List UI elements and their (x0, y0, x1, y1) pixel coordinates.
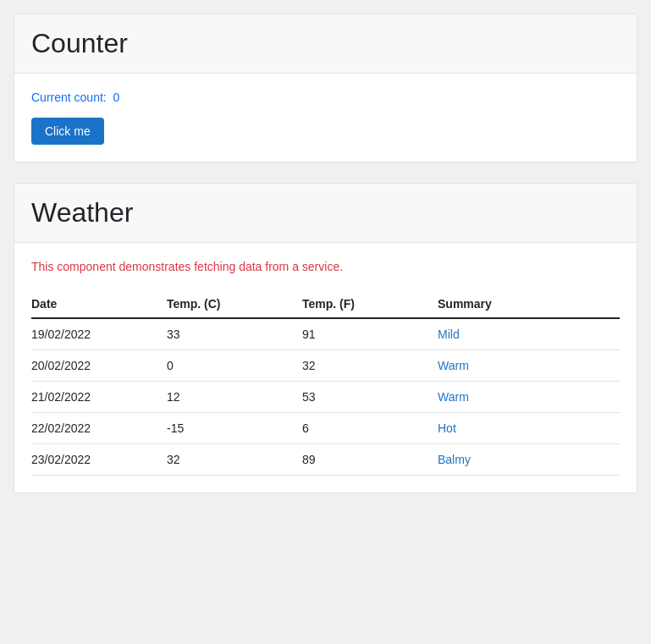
cell-tempc: 12 (167, 382, 302, 413)
table-head: Date Temp. (C) Temp. (F) Summary (31, 290, 620, 318)
counter-body: Current count: 0 Click me (14, 74, 637, 162)
weather-card: Weather This component demonstrates fetc… (14, 183, 637, 493)
current-count-text: Current count: 0 (31, 91, 620, 104)
cell-summary: Warm (438, 382, 620, 413)
cell-tempc: 32 (167, 444, 302, 476)
cell-date: 19/02/2022 (31, 318, 167, 350)
cell-tempc: 33 (167, 318, 302, 350)
cell-date: 21/02/2022 (31, 382, 167, 413)
cell-date: 23/02/2022 (31, 444, 167, 476)
cell-date: 20/02/2022 (31, 350, 167, 382)
table-row: 20/02/2022032Warm (31, 350, 620, 382)
cell-tempf: 6 (302, 413, 438, 444)
weather-table: Date Temp. (C) Temp. (F) Summary 19/02/2… (31, 290, 620, 476)
cell-summary: Balmy (438, 444, 620, 476)
table-header-row: Date Temp. (C) Temp. (F) Summary (31, 290, 620, 318)
col-header-tempc: Temp. (C) (167, 290, 302, 318)
cell-summary: Warm (438, 350, 620, 382)
cell-date: 22/02/2022 (31, 413, 167, 444)
cell-tempf: 53 (302, 382, 438, 413)
col-header-summary: Summary (438, 290, 620, 318)
counter-title: Counter (31, 28, 620, 59)
weather-title: Weather (31, 197, 620, 228)
table-row: 22/02/2022-156Hot (31, 413, 620, 444)
current-count-value: 0 (113, 91, 120, 104)
cell-tempf: 32 (302, 350, 438, 382)
weather-info-text: This component demonstrates fetching dat… (31, 260, 620, 273)
table-row: 21/02/20221253Warm (31, 382, 620, 413)
weather-body: This component demonstrates fetching dat… (14, 243, 637, 493)
cell-tempc: 0 (167, 350, 302, 382)
cell-tempf: 91 (302, 318, 438, 350)
counter-card: Counter Current count: 0 Click me (14, 14, 637, 162)
table-row: 19/02/20223391Mild (31, 318, 620, 350)
col-header-tempf: Temp. (F) (302, 290, 438, 318)
cell-tempf: 89 (302, 444, 438, 476)
click-me-button[interactable]: Click me (31, 118, 104, 145)
cell-summary: Hot (438, 413, 620, 444)
cell-summary: Mild (438, 318, 620, 350)
col-header-date: Date (31, 290, 167, 318)
counter-header: Counter (14, 14, 637, 74)
weather-header: Weather (14, 184, 637, 243)
current-count-label: Current count: (31, 91, 107, 104)
table-body: 19/02/20223391Mild20/02/2022032Warm21/02… (31, 318, 620, 476)
table-row: 23/02/20223289Balmy (31, 444, 620, 476)
cell-tempc: -15 (167, 413, 302, 444)
